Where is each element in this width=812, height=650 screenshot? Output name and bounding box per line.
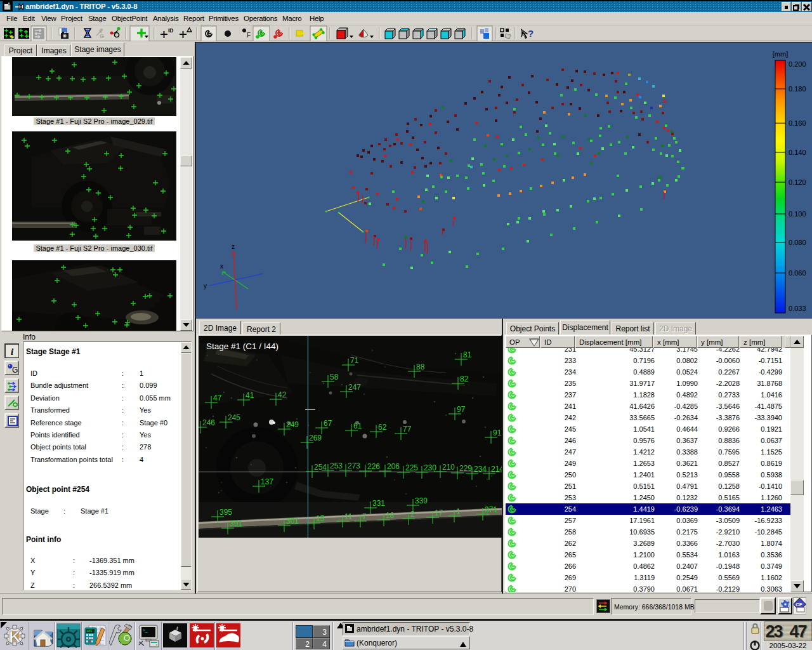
svg-text:137: 137 xyxy=(261,477,273,486)
svg-text:z: z xyxy=(232,243,235,250)
svg-text:234: 234 xyxy=(474,465,487,474)
svg-text:391: 391 xyxy=(230,519,242,528)
svg-text:214: 214 xyxy=(491,465,502,474)
svg-text:0.100: 0.100 xyxy=(789,210,806,218)
svg-text:249: 249 xyxy=(286,420,299,429)
svg-text:431: 431 xyxy=(87,629,93,633)
svg-text:269: 269 xyxy=(309,434,322,442)
svg-text:42: 42 xyxy=(278,390,287,399)
svg-text:0.080: 0.080 xyxy=(789,239,806,246)
svg-text:17: 17 xyxy=(435,508,443,517)
svg-text:81: 81 xyxy=(463,350,472,359)
svg-text:0.060: 0.060 xyxy=(789,269,806,277)
svg-text:273: 273 xyxy=(348,461,360,470)
svg-text:301: 301 xyxy=(286,517,299,526)
svg-text:77: 77 xyxy=(403,425,412,434)
svg-text:97: 97 xyxy=(457,405,466,414)
svg-text:11: 11 xyxy=(344,512,353,521)
svg-text:0.120: 0.120 xyxy=(789,178,806,186)
svg-text:0.033: 0.033 xyxy=(789,305,806,312)
svg-text:245: 245 xyxy=(228,413,240,422)
svg-text:0.140: 0.140 xyxy=(789,149,806,156)
svg-text:CF: CF xyxy=(796,602,802,607)
svg-text:?: ? xyxy=(528,28,534,39)
svg-text:47: 47 xyxy=(213,394,222,402)
svg-text:ID: ID xyxy=(168,27,174,34)
svg-text:23: 23 xyxy=(766,622,783,640)
svg-text:91: 91 xyxy=(493,428,502,437)
svg-text:88: 88 xyxy=(416,362,425,371)
svg-text:G: G xyxy=(100,33,104,39)
svg-text:395: 395 xyxy=(219,508,232,517)
svg-text:339: 339 xyxy=(415,496,428,505)
svg-text:0.200: 0.200 xyxy=(789,60,806,68)
svg-text:371: 371 xyxy=(485,505,497,514)
svg-text:61: 61 xyxy=(353,421,362,430)
svg-text:7: 7 xyxy=(362,512,367,521)
svg-text:1: 1 xyxy=(456,507,461,516)
svg-text:331: 331 xyxy=(372,499,385,508)
svg-text:Stage #1 (C1 / I44): Stage #1 (C1 / I44) xyxy=(206,342,278,351)
svg-text:47: 47 xyxy=(790,622,807,640)
svg-text:18: 18 xyxy=(386,511,395,520)
svg-text:2: 2 xyxy=(410,510,415,519)
svg-text:0.160: 0.160 xyxy=(789,119,806,127)
svg-text:x: x xyxy=(220,263,223,270)
svg-text:206: 206 xyxy=(387,462,400,471)
svg-text:58: 58 xyxy=(330,373,339,381)
svg-text:229: 229 xyxy=(459,464,472,473)
svg-text:67: 67 xyxy=(324,419,332,428)
svg-text:225: 225 xyxy=(405,463,418,472)
svg-text:F: F xyxy=(247,32,251,39)
svg-text:210: 210 xyxy=(442,463,455,472)
svg-text:G: G xyxy=(12,366,18,375)
svg-text:247: 247 xyxy=(348,383,361,392)
svg-text:82: 82 xyxy=(460,375,469,383)
svg-text:[mm]: [mm] xyxy=(773,50,788,58)
svg-text:41: 41 xyxy=(246,391,254,400)
svg-text:y: y xyxy=(204,282,207,289)
svg-text:226: 226 xyxy=(367,462,380,471)
svg-text:230: 230 xyxy=(424,463,436,472)
svg-text:K: K xyxy=(9,627,21,646)
svg-text:>_: >_ xyxy=(143,628,148,633)
svg-text:0.180: 0.180 xyxy=(789,85,806,93)
svg-text:71: 71 xyxy=(350,356,359,365)
svg-text:62: 62 xyxy=(378,423,387,432)
svg-text:253: 253 xyxy=(330,461,343,470)
svg-text:246: 246 xyxy=(202,418,215,427)
svg-text:15: 15 xyxy=(316,514,325,523)
